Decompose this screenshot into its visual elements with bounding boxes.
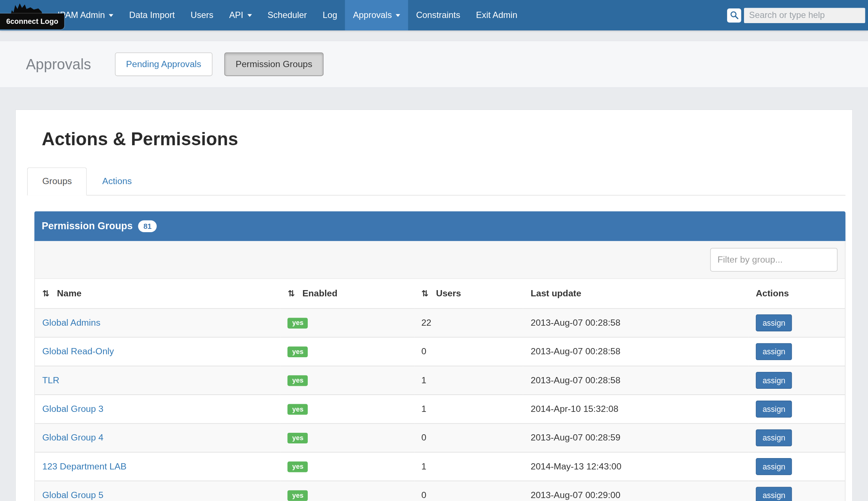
tabs: Groups Actions <box>27 167 846 195</box>
last-update: 2013-Aug-07 00:28:59 <box>523 424 748 452</box>
group-name-link[interactable]: Global Group 4 <box>42 433 103 442</box>
nav-item-label: Data Import <box>129 10 175 21</box>
group-name-link[interactable]: Global Read-Only <box>42 347 114 356</box>
table-row: 123 Department LAB yes 1 2014-May-13 12:… <box>35 452 845 481</box>
users-count: 0 <box>414 481 523 501</box>
enabled-badge: yes <box>288 318 308 329</box>
column-header-users[interactable]: Users <box>414 279 523 308</box>
nav-item-label: API <box>229 10 243 21</box>
assign-button[interactable]: assign <box>756 458 792 475</box>
nav-item-label: Constraints <box>416 10 460 21</box>
column-header-enabled[interactable]: Enabled <box>280 279 414 308</box>
group-name-link[interactable]: Global Admins <box>42 318 101 328</box>
tab-actions[interactable]: Actions <box>87 167 147 195</box>
table-row: Global Group 3 yes 1 2014-Apr-10 15:32:0… <box>35 395 845 423</box>
permission-groups-panel: Permission Groups 81 <box>34 211 846 501</box>
pending-approvals-button[interactable]: Pending Approvals <box>115 52 212 76</box>
section-title: Actions & Permissions <box>42 129 846 150</box>
nav-item-log[interactable]: Log <box>315 0 345 30</box>
last-update: 2013-Aug-07 00:28:58 <box>523 366 748 395</box>
page-title: Approvals <box>26 55 91 73</box>
nav-item-exit-admin[interactable]: Exit Admin <box>468 0 525 30</box>
enabled-badge: yes <box>288 347 308 357</box>
assign-button[interactable]: assign <box>756 429 792 446</box>
permission-groups-button[interactable]: Permission Groups <box>225 52 324 76</box>
logo-alt-tooltip: 6connect Logo <box>0 14 65 29</box>
group-name-link[interactable]: TLR <box>42 375 59 385</box>
last-update: 2014-Apr-10 15:32:08 <box>523 395 748 423</box>
panel-toolbar <box>35 241 845 279</box>
assign-button[interactable]: assign <box>756 314 792 331</box>
top-navbar: 6connect Logo IPAM Admin Data Import Use… <box>0 0 868 30</box>
panel-body: Name Enabled Users Last upda <box>34 241 846 501</box>
enabled-badge: yes <box>288 490 308 501</box>
nav-item-scheduler[interactable]: Scheduler <box>260 0 315 30</box>
panel-header: Permission Groups 81 <box>34 211 846 241</box>
assign-button[interactable]: assign <box>756 487 792 501</box>
nav-item-constraints[interactable]: Constraints <box>408 0 468 30</box>
table-header-row: Name Enabled Users Last upda <box>35 279 845 308</box>
nav-item-label: IPAM Admin <box>58 10 105 21</box>
group-name-link[interactable]: Global Group 3 <box>42 404 103 414</box>
sort-icon[interactable] <box>42 289 49 299</box>
permission-groups-table: Name Enabled Users Last upda <box>35 279 845 501</box>
last-update: 2013-Aug-07 00:28:58 <box>523 308 748 337</box>
table-row: Global Group 4 yes 0 2013-Aug-07 00:28:5… <box>35 424 845 452</box>
enabled-badge: yes <box>288 461 308 472</box>
column-header-last-update: Last update <box>523 279 748 308</box>
sort-icon[interactable] <box>288 289 295 299</box>
users-count: 1 <box>414 395 523 423</box>
column-header-actions: Actions <box>748 279 845 308</box>
last-update: 2013-Aug-07 00:29:00 <box>523 481 748 501</box>
users-count: 1 <box>414 452 523 481</box>
nav-item-label: Exit Admin <box>476 10 518 21</box>
nav-item-label: Approvals <box>353 10 392 21</box>
nav-item-label: Log <box>322 10 337 21</box>
users-count: 0 <box>414 424 523 452</box>
table-row: Global Read-Only yes 0 2013-Aug-07 00:28… <box>35 337 845 366</box>
users-count: 22 <box>414 308 523 337</box>
table-row: Global Group 5 yes 0 2013-Aug-07 00:29:0… <box>35 481 845 501</box>
nav-item-label: Scheduler <box>267 10 307 21</box>
sort-icon[interactable] <box>421 289 428 299</box>
caret-down-icon <box>396 14 400 17</box>
main-card: Actions & Permissions Groups Actions Per… <box>15 109 853 501</box>
navbar-search-area <box>727 0 868 30</box>
caret-down-icon <box>247 14 252 17</box>
filter-group-input[interactable] <box>710 248 838 272</box>
search-icon[interactable] <box>727 8 741 22</box>
table-row: Global Admins yes 22 2013-Aug-07 00:28:5… <box>35 308 845 337</box>
page-subheader: Approvals Pending Approvals Permission G… <box>0 41 868 88</box>
caret-down-icon <box>109 14 113 17</box>
enabled-badge: yes <box>288 433 308 443</box>
nav-items: IPAM Admin Data Import Users API Schedul… <box>50 0 525 30</box>
column-header-name[interactable]: Name <box>35 279 280 308</box>
last-update: 2014-May-13 12:43:00 <box>523 452 748 481</box>
enabled-badge: yes <box>288 404 308 415</box>
table-row: TLR yes 1 2013-Aug-07 00:28:58 assign <box>35 366 845 395</box>
search-input[interactable] <box>744 8 865 23</box>
assign-button[interactable]: assign <box>756 401 792 417</box>
logo-area[interactable]: 6connect Logo <box>0 0 50 30</box>
last-update: 2013-Aug-07 00:28:58 <box>523 337 748 366</box>
users-count: 0 <box>414 337 523 366</box>
users-count: 1 <box>414 366 523 395</box>
assign-button[interactable]: assign <box>756 343 792 360</box>
tab-groups[interactable]: Groups <box>27 167 87 195</box>
nav-item-users[interactable]: Users <box>183 0 221 30</box>
nav-item-approvals[interactable]: Approvals <box>345 0 408 30</box>
nav-item-data-import[interactable]: Data Import <box>121 0 183 30</box>
group-name-link[interactable]: 123 Department LAB <box>42 461 127 471</box>
panel-title: Permission Groups <box>42 220 133 232</box>
count-badge: 81 <box>138 220 157 232</box>
assign-button[interactable]: assign <box>756 372 792 389</box>
nav-item-api[interactable]: API <box>221 0 259 30</box>
page: 6connect Logo IPAM Admin Data Import Use… <box>0 0 868 501</box>
group-name-link[interactable]: Global Group 5 <box>42 490 103 500</box>
nav-item-label: Users <box>190 10 213 21</box>
enabled-badge: yes <box>288 375 308 386</box>
